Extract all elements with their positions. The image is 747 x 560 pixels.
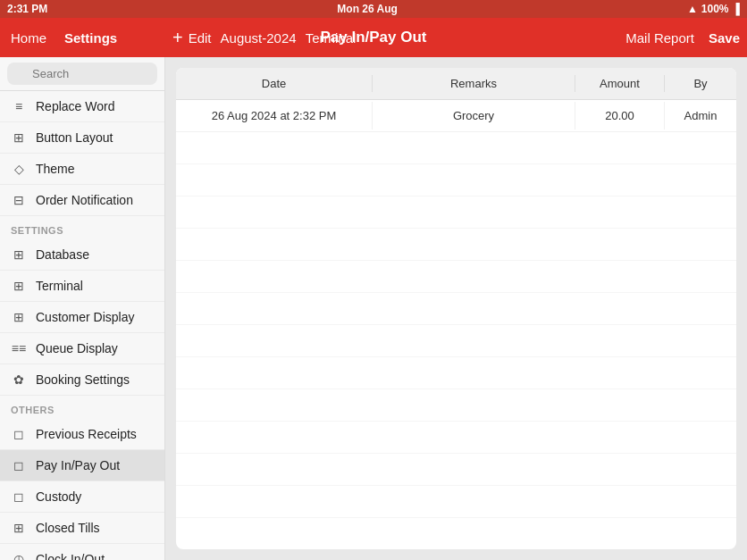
sidebar-label-terminal: Terminal: [36, 279, 83, 293]
sidebar-label-queue-display: Queue Display: [36, 341, 118, 355]
sidebar-label-clock-in-out: Clock In/Out: [36, 552, 105, 560]
sidebar-label-button-layout: Button Layout: [36, 130, 113, 145]
nav-left: Home Settings: [0, 18, 165, 57]
custody-icon: ◻: [11, 489, 27, 504]
sidebar-label-closed-tills: Closed Tills: [36, 521, 100, 535]
queue-display-icon: ≡≡: [11, 341, 27, 355]
search-box: 🔍: [0, 57, 164, 91]
edit-button[interactable]: Edit: [189, 30, 212, 46]
battery-level: 100%: [701, 3, 729, 15]
sidebar-item-replace-word[interactable]: ≡ Replace Word: [0, 91, 164, 122]
table-header: Date Remarks Amount By: [176, 68, 736, 100]
sidebar-label-order-notification: Order Notification: [36, 193, 133, 207]
sidebar-label-replace-word: Replace Word: [36, 99, 114, 113]
status-bar: 2:31 PM Mon 26 Aug ▲ 100% ▐: [0, 0, 747, 18]
cell-by: Admin: [665, 102, 736, 130]
col-remarks: Remarks: [373, 75, 575, 92]
sidebar-item-booking-settings[interactable]: ✿ Booking Settings: [0, 364, 164, 396]
sidebar-label-booking-settings: Booking Settings: [36, 372, 130, 387]
closed-tills-icon: ⊞: [11, 521, 27, 535]
sidebar-item-database[interactable]: ⊞ Database: [0, 239, 164, 271]
sidebar-label-theme: Theme: [36, 162, 75, 176]
search-wrapper: 🔍: [7, 63, 157, 85]
mail-report-button[interactable]: Mail Report: [625, 30, 694, 46]
clock-in-out-icon: ◷: [11, 552, 27, 560]
sidebar-item-clock-in-out[interactable]: ◷ Clock In/Out: [0, 544, 164, 560]
status-time: 2:31 PM: [7, 3, 47, 15]
sidebar-item-queue-display[interactable]: ≡≡ Queue Display: [0, 333, 164, 364]
empty-row: [176, 229, 736, 261]
sidebar-item-previous-receipts[interactable]: ◻ Previous Receipts: [0, 419, 164, 450]
pay-in-pay-out-icon: ◻: [11, 458, 27, 472]
settings-label[interactable]: Settings: [57, 30, 124, 46]
month-selector[interactable]: August-2024: [221, 30, 297, 46]
empty-row: [176, 389, 736, 422]
replace-word-icon: ≡: [11, 99, 27, 113]
col-by: By: [665, 75, 736, 92]
sidebar-item-order-notification[interactable]: ⊟ Order Notification: [0, 185, 164, 216]
sidebar-label-database: Database: [36, 247, 89, 262]
col-date: Date: [176, 75, 373, 92]
status-right: ▲ 100% ▐: [687, 3, 740, 15]
home-button[interactable]: Home: [0, 30, 57, 46]
save-button[interactable]: Save: [709, 30, 740, 46]
wifi-icon: ▲: [687, 3, 698, 15]
order-notification-icon: ⊟: [11, 193, 27, 207]
table-row: 26 Aug 2024 at 2:32 PM Grocery 20.00 Adm…: [176, 100, 736, 132]
button-layout-icon: ⊞: [11, 130, 27, 145]
database-icon: ⊞: [11, 247, 27, 262]
main-content: Date Remarks Amount By 26 Aug 2024 at 2:…: [165, 57, 747, 560]
sidebar-label-pay-in-pay-out: Pay In/Pay Out: [36, 458, 120, 472]
empty-row: [176, 422, 736, 454]
empty-row: [176, 325, 736, 357]
sidebar: 🔍 ≡ Replace Word ⊞ Button Layout ◇ Theme…: [0, 57, 165, 560]
empty-row: [176, 357, 736, 389]
cell-date: 26 Aug 2024 at 2:32 PM: [176, 102, 373, 130]
settings-section-label: SETTINGS: [0, 216, 164, 239]
empty-row: [176, 261, 736, 293]
page-title: Pay In/Pay Out: [320, 29, 426, 46]
cell-amount: 20.00: [575, 102, 665, 130]
nav-right: Mail Report Save: [625, 30, 740, 46]
empty-row: [176, 518, 736, 549]
sidebar-item-button-layout[interactable]: ⊞ Button Layout: [0, 122, 164, 154]
sidebar-item-closed-tills[interactable]: ⊞ Closed Tills: [0, 513, 164, 544]
search-input[interactable]: [7, 63, 157, 85]
terminal-icon: ⊞: [11, 279, 27, 293]
sidebar-item-pay-in-pay-out[interactable]: ◻ Pay In/Pay Out: [0, 450, 164, 481]
empty-row: [176, 196, 736, 229]
col-amount: Amount: [575, 75, 665, 92]
sidebar-label-customer-display: Customer Display: [36, 310, 134, 324]
empty-row: [176, 293, 736, 325]
sidebar-item-theme[interactable]: ◇ Theme: [0, 154, 164, 185]
nav-main: + Edit August-2024 Terminal Pay In/Pay O…: [165, 18, 747, 57]
sidebar-item-customer-display[interactable]: ⊞ Customer Display: [0, 302, 164, 333]
booking-settings-icon: ✿: [11, 372, 27, 387]
sidebar-item-terminal[interactable]: ⊞ Terminal: [0, 271, 164, 302]
customer-display-icon: ⊞: [11, 310, 27, 324]
battery-icon: ▐: [732, 3, 740, 15]
theme-icon: ◇: [11, 162, 27, 176]
layout: 🔍 ≡ Replace Word ⊞ Button Layout ◇ Theme…: [0, 57, 747, 560]
others-section-label: OTHERS: [0, 396, 164, 419]
previous-receipts-icon: ◻: [11, 427, 27, 441]
cell-remarks: Grocery: [373, 102, 575, 130]
add-button[interactable]: +: [172, 28, 183, 48]
sidebar-item-custody[interactable]: ◻ Custody: [0, 481, 164, 513]
top-nav: Home Settings + Edit August-2024 Termina…: [0, 18, 747, 57]
sidebar-label-custody: Custody: [36, 489, 81, 504]
empty-row: [176, 132, 736, 164]
content-card: Date Remarks Amount By 26 Aug 2024 at 2:…: [176, 68, 736, 549]
empty-row: [176, 486, 736, 518]
empty-row: [176, 454, 736, 486]
status-day: Mon 26 Aug: [337, 3, 398, 15]
empty-row: [176, 164, 736, 196]
sidebar-label-previous-receipts: Previous Receipts: [36, 427, 137, 441]
